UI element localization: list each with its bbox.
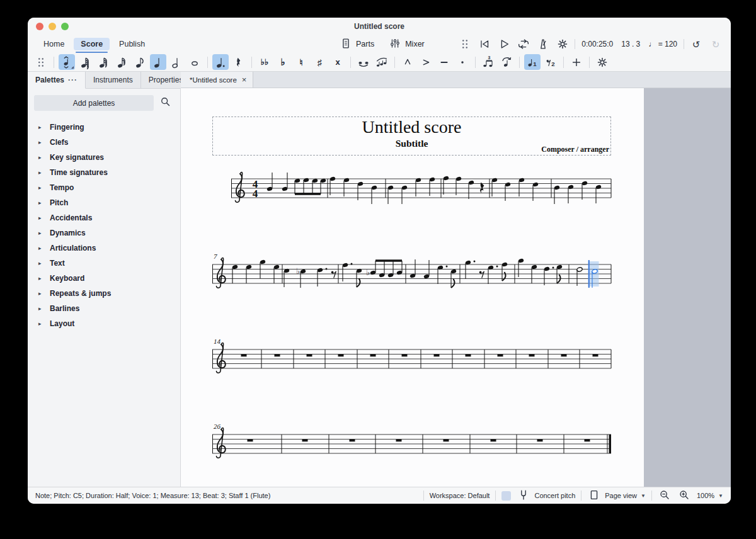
fork-icon bbox=[517, 488, 530, 503]
add-button[interactable] bbox=[568, 54, 585, 70]
metronome-button[interactable] bbox=[536, 37, 551, 52]
add-palettes-button[interactable]: Add palettes bbox=[34, 95, 154, 111]
sidebar-tab-instruments[interactable]: Instruments bbox=[86, 72, 141, 88]
zoom-in-button[interactable] bbox=[677, 488, 691, 503]
play-button[interactable] bbox=[496, 37, 512, 52]
divider bbox=[495, 491, 496, 501]
palette-item-articulations[interactable]: ▸Articulations bbox=[28, 241, 180, 256]
zoomIn-icon bbox=[677, 488, 691, 503]
palette-item-text[interactable]: ▸Text bbox=[28, 256, 180, 271]
palette-item-tempo[interactable]: ▸Tempo bbox=[28, 180, 180, 195]
tab-home[interactable]: Home bbox=[37, 38, 71, 50]
note-half-button[interactable] bbox=[168, 54, 185, 70]
slur-button[interactable] bbox=[374, 54, 390, 70]
accent-button[interactable] bbox=[418, 54, 434, 70]
customize-toolbar-button[interactable] bbox=[594, 54, 610, 70]
expand-triangle-icon[interactable]: ▸ bbox=[38, 305, 43, 312]
palette-item-fingering[interactable]: ▸Fingering bbox=[28, 120, 180, 135]
mixer-icon bbox=[388, 37, 402, 52]
expand-triangle-icon[interactable]: ▸ bbox=[38, 245, 43, 251]
tenuto-button[interactable] bbox=[436, 54, 452, 70]
expand-triangle-icon[interactable]: ▸ bbox=[38, 124, 43, 130]
palette-item-repeats-jumps[interactable]: ▸Repeats & jumps bbox=[28, 286, 180, 301]
expand-triangle-icon[interactable]: ▸ bbox=[38, 290, 43, 297]
expand-triangle-icon[interactable]: ▸ bbox=[38, 184, 43, 191]
note-8th-button[interactable] bbox=[132, 54, 148, 70]
zoom-level-select[interactable]: 100%▼ bbox=[697, 492, 723, 499]
expand-triangle-icon[interactable]: ▸ bbox=[38, 139, 43, 145]
playback-drag-handle[interactable] bbox=[457, 37, 472, 52]
palette-item-time-signatures[interactable]: ▸Time signatures bbox=[28, 165, 180, 180]
flip-direction-button[interactable] bbox=[498, 54, 515, 70]
staff-system-1[interactable]: 44 bbox=[181, 154, 644, 212]
document-tab-label: *Untitled score bbox=[190, 76, 237, 84]
augmentation-dot-button[interactable] bbox=[212, 54, 229, 70]
expand-triangle-icon[interactable]: ▸ bbox=[38, 321, 43, 327]
natural-button[interactable]: ♮ bbox=[293, 54, 309, 70]
tuplet-button[interactable]: 3 bbox=[480, 54, 496, 70]
loop-playback-button[interactable] bbox=[516, 37, 531, 52]
playback-settings-button[interactable] bbox=[555, 37, 570, 52]
score-page[interactable]: Untitled score Subtitle Composer / arran… bbox=[181, 88, 644, 487]
note-quarter-button[interactable] bbox=[150, 54, 166, 70]
staff-system-2[interactable]: 7♭♭ bbox=[181, 239, 644, 297]
toolbar-divider bbox=[589, 57, 590, 68]
palette-item-barlines[interactable]: ▸Barlines bbox=[28, 301, 180, 316]
double-flat-button[interactable]: ♭♭ bbox=[256, 54, 273, 70]
note-16th-button[interactable] bbox=[113, 54, 130, 70]
search-palettes-button[interactable] bbox=[158, 95, 174, 111]
marcato-button[interactable] bbox=[399, 54, 416, 70]
palette-item-keyboard[interactable]: ▸Keyboard bbox=[28, 271, 180, 286]
palette-item-pitch[interactable]: ▸Pitch bbox=[28, 195, 180, 210]
score-composer[interactable]: Composer / arranger bbox=[541, 145, 609, 154]
score-title[interactable]: Untitled score bbox=[213, 117, 610, 137]
mixer-button[interactable]: Mixer bbox=[388, 37, 425, 52]
staff-system-4[interactable]: 26 bbox=[181, 409, 644, 467]
rest-button[interactable] bbox=[231, 54, 247, 70]
undo-button[interactable]: ↺ bbox=[689, 37, 704, 52]
expand-triangle-icon[interactable]: ▸ bbox=[38, 154, 43, 161]
rewind-button[interactable] bbox=[477, 37, 492, 52]
concert-pitch-toggle[interactable]: Concert pitch bbox=[517, 488, 575, 503]
expand-triangle-icon[interactable]: ▸ bbox=[38, 169, 43, 176]
palette-item-accidentals[interactable]: ▸Accidentals bbox=[28, 210, 180, 225]
staccato-button[interactable] bbox=[454, 54, 471, 70]
note-32nd-button[interactable] bbox=[95, 54, 112, 70]
sidebar-tab-palettes[interactable]: Palettes··· bbox=[28, 72, 86, 89]
palette-item-key-signatures[interactable]: ▸Key signatures bbox=[28, 150, 180, 165]
expand-triangle-icon[interactable]: ▸ bbox=[38, 260, 43, 266]
double-sharp-button[interactable]: x bbox=[329, 54, 346, 70]
view-mode-select[interactable]: Page view▼ bbox=[587, 488, 646, 503]
divider bbox=[575, 39, 575, 49]
tie-button[interactable] bbox=[355, 54, 372, 70]
expand-triangle-icon[interactable]: ▸ bbox=[38, 230, 43, 236]
note-input-mode-button[interactable] bbox=[59, 54, 75, 70]
tempo-display[interactable]: ♩ = 120 bbox=[646, 40, 679, 48]
toolbar-drag-handle[interactable] bbox=[33, 54, 49, 70]
note-whole-button[interactable] bbox=[186, 54, 203, 70]
zoomOut-icon bbox=[658, 488, 672, 503]
expand-triangle-icon[interactable]: ▸ bbox=[38, 275, 43, 281]
palette-item-layout[interactable]: ▸Layout bbox=[28, 316, 180, 331]
tab-score[interactable]: Score bbox=[74, 38, 110, 50]
expand-triangle-icon[interactable]: ▸ bbox=[38, 215, 43, 221]
zoom-out-button[interactable] bbox=[658, 488, 672, 503]
flat-button[interactable]: ♭ bbox=[275, 54, 291, 70]
document-tab[interactable]: *Untitled score × bbox=[181, 72, 253, 88]
expand-triangle-icon[interactable]: ▸ bbox=[38, 200, 43, 206]
voice-2-button[interactable]: 2 bbox=[542, 54, 559, 70]
palette-item-dynamics[interactable]: ▸Dynamics bbox=[28, 225, 180, 241]
input-indicator[interactable] bbox=[501, 491, 511, 501]
palette-item-clefs[interactable]: ▸Clefs bbox=[28, 135, 180, 150]
parts-button[interactable]: Parts bbox=[339, 37, 374, 52]
note-64th-button[interactable] bbox=[77, 54, 93, 70]
tab-publish[interactable]: Publish bbox=[112, 38, 152, 50]
voice-1-button[interactable]: 1 bbox=[524, 54, 541, 70]
workspace-button[interactable]: Workspace: Default bbox=[430, 492, 490, 499]
palette-menu-icon[interactable]: ··· bbox=[68, 76, 77, 84]
staff-system-3[interactable]: 14 bbox=[181, 324, 644, 382]
sharp-button[interactable]: ♯ bbox=[311, 54, 328, 70]
score-viewport[interactable]: Untitled score Subtitle Composer / arran… bbox=[181, 88, 731, 487]
redo-button[interactable]: ↻ bbox=[708, 37, 723, 52]
close-tab-icon[interactable]: × bbox=[242, 76, 247, 84]
